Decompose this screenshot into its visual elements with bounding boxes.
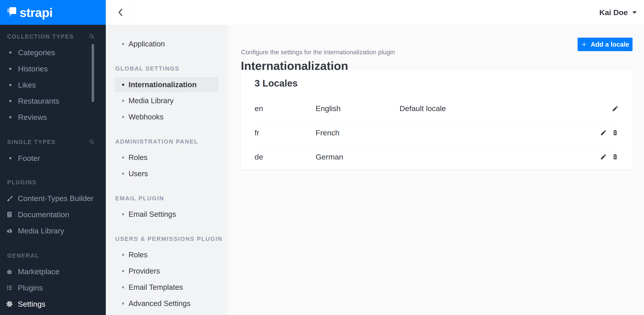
strapi-brand[interactable]: strapi: [0, 0, 106, 25]
sidebar-scrollbar[interactable]: [92, 44, 94, 102]
bullet-icon: [122, 254, 124, 256]
section-plugins: PLUGINS: [7, 179, 37, 186]
bullet-icon: [9, 157, 12, 159]
section-administration-panel: ADMINISTRATION PANEL: [115, 138, 198, 145]
page-subtitle: Configure the settings for the internati…: [241, 49, 395, 56]
sidebar-item-reviews[interactable]: Reviews: [0, 109, 106, 125]
locales-card: 3 Locales en English Default locale fr F…: [241, 71, 633, 169]
chevron-left-icon: [118, 8, 123, 17]
main-content: Internationalization Configure the setti…: [228, 25, 644, 315]
plus-icon: [581, 41, 587, 48]
bullet-icon: [9, 51, 12, 54]
locale-code: de: [254, 153, 316, 161]
bullet-icon: [122, 270, 124, 272]
settings-item-admin-roles[interactable]: Roles: [106, 149, 228, 166]
bullet-icon: [122, 100, 124, 102]
pencil-icon: [600, 153, 607, 160]
locale-code: en: [254, 104, 316, 113]
bullet-icon: [122, 116, 124, 118]
edit-locale-button[interactable]: [600, 129, 607, 137]
locales-table: en English Default locale fr French: [241, 96, 633, 169]
locale-row-de[interactable]: de German: [254, 145, 619, 169]
edit-locale-button[interactable]: [600, 153, 607, 161]
section-general: GENERAL: [7, 252, 39, 259]
delete-locale-button[interactable]: [611, 129, 619, 137]
strapi-logo-icon: [7, 7, 17, 18]
bullet-icon: [122, 156, 124, 159]
bullet-icon: [122, 84, 124, 86]
sidebar-item-content-types-builder[interactable]: Content-Types Builder: [0, 190, 106, 206]
settings-item-admin-users[interactable]: Users: [106, 166, 228, 182]
settings-item-up-advanced-settings[interactable]: Advanced Settings: [106, 295, 228, 311]
pencil-icon: [600, 129, 607, 136]
bullet-icon: [122, 302, 124, 305]
locale-row-fr[interactable]: fr French: [254, 121, 619, 145]
sidebar-item-likes[interactable]: Likes: [0, 77, 106, 93]
settings-item-webhooks[interactable]: Webhooks: [106, 109, 228, 125]
section-global-settings: GLOBAL SETTINGS: [115, 65, 180, 72]
locale-row-en[interactable]: en English Default locale: [254, 96, 619, 121]
book-icon: [6, 211, 13, 218]
search-icon[interactable]: [89, 33, 95, 40]
sidebar-item-categories[interactable]: Categories: [0, 44, 106, 61]
basket-icon: [6, 268, 13, 275]
caret-down-icon: [632, 11, 636, 14]
bullet-icon: [9, 116, 12, 118]
trash-icon: [612, 154, 618, 160]
user-name: Kai Doe: [599, 8, 628, 17]
sidebar-item-documentation[interactable]: Documentation: [0, 206, 106, 223]
section-collection-types: COLLECTION TYPES: [7, 33, 74, 40]
sidebar-item-restaurants[interactable]: Restaurants: [0, 93, 106, 109]
bullet-icon: [9, 100, 12, 102]
settings-item-media-library[interactable]: Media Library: [106, 93, 228, 109]
settings-item-email-settings[interactable]: Email Settings: [106, 206, 228, 222]
section-single-types: SINGLE TYPES: [7, 139, 56, 145]
user-menu[interactable]: Kai Doe: [599, 0, 636, 25]
sidebar-item-settings[interactable]: Settings: [0, 296, 106, 312]
bullet-icon: [9, 84, 12, 86]
search-icon[interactable]: [89, 139, 95, 145]
locale-name: French: [316, 128, 400, 137]
page-title: Internationalization: [241, 60, 348, 72]
locale-default-label: Default locale: [400, 104, 611, 113]
sidebar-item-histories[interactable]: Histories: [0, 61, 106, 77]
sidebar-item-plugins[interactable]: Plugins: [0, 280, 106, 296]
brand-wordmark: strapi: [20, 5, 53, 20]
brush-icon: [6, 195, 13, 202]
section-users-permissions-plugin: USERS & PERMISSIONS PLUGIN: [115, 235, 222, 242]
bullet-icon: [122, 173, 124, 175]
settings-item-application[interactable]: Application: [106, 36, 228, 52]
bullet-icon: [122, 286, 124, 288]
gear-icon: [6, 300, 13, 307]
sidebar-item-marketplace[interactable]: Marketplace: [0, 263, 106, 280]
settings-sidebar: Application GLOBAL SETTINGS Internationa…: [106, 0, 228, 315]
locale-name: English: [316, 104, 400, 113]
locale-name: German: [316, 153, 400, 161]
edit-locale-button[interactable]: [611, 105, 619, 112]
pencil-icon: [612, 105, 618, 112]
main-sidebar: strapi COLLECTION TYPES Categories Histo…: [0, 0, 106, 315]
settings-item-up-roles[interactable]: Roles: [106, 247, 228, 263]
delete-locale-button[interactable]: [611, 153, 619, 161]
back-button[interactable]: [106, 0, 135, 25]
trash-icon: [612, 130, 618, 136]
locale-code: fr: [254, 128, 316, 137]
add-locale-button[interactable]: Add a locale: [578, 38, 632, 51]
sidebar-item-footer[interactable]: Footer: [0, 150, 106, 166]
settings-item-up-providers[interactable]: Providers: [106, 263, 228, 279]
bullet-icon: [9, 68, 12, 70]
locales-card-title: 3 Locales: [254, 78, 298, 89]
section-email-plugin: EMAIL PLUGIN: [115, 195, 164, 202]
bullet-icon: [122, 213, 124, 215]
bullet-icon: [122, 43, 124, 45]
list-icon: [6, 284, 13, 291]
settings-item-internationalization[interactable]: Internationalization: [115, 77, 218, 92]
cloud-upload-icon: [6, 227, 13, 234]
top-bar: Kai Doe: [106, 0, 644, 25]
settings-item-up-email-templates[interactable]: Email Templates: [106, 279, 228, 295]
sidebar-item-media-library[interactable]: Media Library: [0, 223, 106, 239]
